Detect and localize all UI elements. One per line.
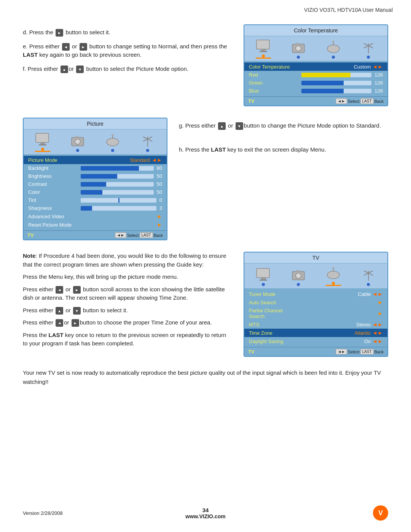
pic-label-1: Backlight (28, 165, 78, 171)
tv-label-1: Auto Search (249, 300, 298, 305)
svg-rect-25 (261, 278, 266, 280)
ct-value-3: 128 (374, 88, 383, 94)
up-btn-g (218, 122, 226, 130)
svg-point-32 (332, 267, 335, 269)
pic-bar-fill-2 (81, 174, 117, 179)
color-temp-row-2: Green 128 (244, 79, 387, 87)
pic-label-3: Contrast (28, 181, 78, 187)
icon-dot-2 (297, 56, 300, 59)
ct-key-last: LAST (360, 98, 374, 104)
pic-value-4: 50 (157, 189, 162, 195)
tv-label-4: Time Zone (249, 330, 298, 336)
picture-row-0: Picture Mode Standard ◄► (24, 156, 167, 164)
pic-satellite-svg (105, 134, 120, 147)
color-temperature-panel: Color Temperature (244, 24, 388, 106)
pic-label-8: Reset Picture Mode (28, 222, 78, 228)
antenna-svg (361, 40, 376, 54)
pic-value-1: 80 (157, 165, 162, 171)
color-temp-row-1: Red 128 (244, 71, 387, 79)
tv-icon-dot-2 (297, 283, 300, 286)
tv-arrow-1: ► (378, 299, 383, 305)
note-bold: Note (23, 252, 35, 259)
svg-point-20 (112, 134, 114, 136)
picture-panel: Picture (23, 118, 167, 240)
pic-value-2: 50 (157, 173, 162, 179)
svg-rect-13 (40, 142, 45, 144)
color-temp-row-0: Color Temperature Custom ◄► (244, 62, 387, 71)
pic-bar-1 (81, 166, 154, 171)
color-temp-panel-container: Color Temperature (244, 24, 388, 106)
pic-footer-label: TV (27, 232, 34, 238)
icon-camera (291, 40, 306, 59)
tv-icons-row (244, 264, 387, 288)
vizio-logo: V (373, 505, 388, 521)
select-button-icon (56, 29, 63, 37)
tv-key-select: ◄► (336, 349, 347, 355)
ct-arrow-0: ◄► (372, 64, 383, 70)
pic-label-6: Sharpness (28, 205, 78, 211)
pic-bar-2 (81, 174, 154, 179)
pic-icon-antenna (140, 134, 155, 152)
step-e: e. Press either or button to change sett… (23, 42, 232, 59)
pic-bar-3 (81, 182, 154, 187)
ct-bar-fill-2 (301, 81, 344, 85)
icon-antenna (361, 40, 376, 59)
tv-row-3: MTS Stereo ◄► (244, 320, 387, 329)
color-temp-icons-row (244, 36, 387, 61)
up-btn-p3 (56, 307, 63, 315)
pic-bar-4 (81, 190, 154, 195)
icon-dot-1 (262, 54, 265, 58)
steps-def-text: d. Press the button to select it. e. Pre… (23, 24, 232, 106)
pic-icon-monitor (35, 133, 50, 152)
logo-letter: V (378, 509, 383, 517)
steps-gh-text: g. Press either or button to change the … (179, 118, 388, 240)
picture-title: Picture (24, 118, 167, 129)
ct-label-1: Red (249, 72, 298, 78)
tv-row-2: Partial Channel Search ► (244, 307, 387, 320)
note-p5: Press the LAST key once to return to the… (23, 331, 232, 348)
ct-value-2: 128 (374, 80, 383, 86)
picture-row-8: Reset Picture Mode ► (24, 220, 167, 229)
icon-satellite (326, 40, 341, 59)
footer-page-number: 34 (185, 507, 225, 513)
svg-rect-0 (256, 40, 269, 49)
section-final: Your new TV set is now ready to automati… (23, 368, 388, 387)
svg-point-6 (327, 45, 339, 53)
tv-label-5: Daylight Saving (249, 339, 298, 344)
pic-monitor-svg (35, 133, 50, 146)
tv-row-4: Time Zone Atlantic ◄► (244, 329, 387, 337)
up-button-icon-f (61, 66, 68, 73)
tv-row-0: Tuner Mode Cable ◄► (244, 290, 387, 298)
pic-arrow-7: ► (157, 213, 162, 219)
tv-footer-label: TV (248, 349, 255, 355)
ct-key-select-text: Select (348, 99, 360, 104)
svg-rect-26 (260, 280, 267, 281)
tv-arrow-0: ◄► (372, 291, 383, 297)
pic-icon-dot-2 (76, 149, 79, 152)
tv-row-1: Auto Search ► (244, 298, 387, 307)
icon-dot-4 (367, 56, 370, 59)
tv-icon-dot-3 (332, 282, 335, 285)
ct-bar-fill-3 (301, 89, 344, 93)
right-button-icon (80, 43, 87, 51)
note-text: Note: If Procedure 4 had been done, you … (23, 252, 232, 357)
tv-icon-camera (291, 268, 306, 286)
monitor-svg (256, 39, 271, 53)
pic-value-3: 50 (157, 181, 162, 187)
ct-bar-1 (301, 73, 371, 77)
picture-icons-row (24, 129, 167, 154)
page-header: VIZIO VO37L HDTV10A User Manual (0, 0, 411, 13)
ct-bar-2 (301, 81, 371, 85)
tv-label-2: Partial Channel Search (249, 308, 298, 319)
section-middle: Picture (23, 118, 388, 240)
tv-arrow-5: ◄► (372, 338, 383, 344)
ct-value-0: Custom (354, 64, 371, 70)
step-h: h. Press the LAST key to exit the on scr… (179, 145, 388, 154)
pic-bar-fill-6 (81, 206, 92, 211)
tv-title: TV (244, 252, 387, 264)
pic-icon-dot-4 (146, 149, 149, 152)
pic-bar-fill-3 (81, 182, 106, 187)
pic-key-back-text: Back (154, 233, 163, 238)
satellite-svg (326, 40, 341, 54)
svg-rect-29 (296, 270, 299, 272)
